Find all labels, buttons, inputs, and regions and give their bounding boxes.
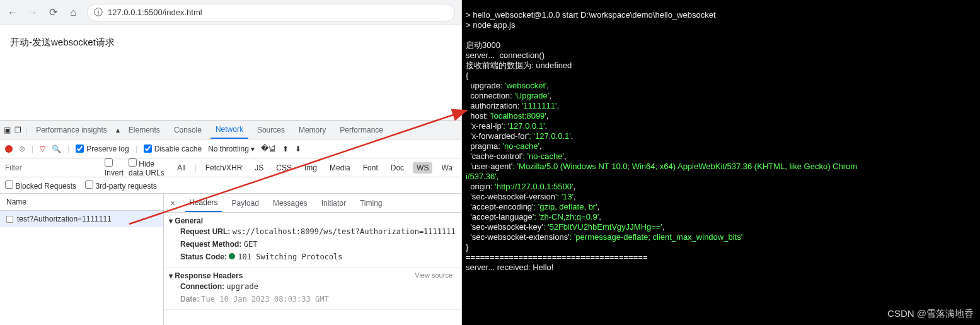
disable-cache-checkbox[interactable]: Disable cache [144,145,202,153]
preserve-log-checkbox[interactable]: Preserve log [76,145,129,153]
request-item-icon [6,216,13,223]
network-options-row: Blocked Requests 3rd-party requests [0,177,461,194]
tab-network[interactable]: Network [210,121,248,139]
search-icon[interactable]: 🔍 [52,145,61,153]
general-title[interactable]: ▾ General [169,216,456,225]
address-bar[interactable]: ⓘ 127.0.0.1:5500/index.html [87,4,455,21]
response-headers-title[interactable]: ▾ Response Headers [169,271,456,280]
tab-timing[interactable]: Timing [356,195,386,211]
tab-headers[interactable]: Headers [185,194,221,212]
request-list-header: Name [0,194,163,211]
wifi-icon[interactable]: �널 [261,143,276,154]
tab-messages[interactable]: Messages [269,195,311,211]
upload-icon[interactable]: ⬆ [282,145,289,153]
devtools-tab-bar: ▣ ❐ | Performance insights ▴ Elements Co… [0,121,461,139]
detail-tab-bar: × Headers Payload Messages Initiator Tim… [164,194,461,213]
invert-checkbox[interactable]: Invert [105,158,124,177]
header-connection: upgrade [226,282,258,291]
page-content: 开动-发送websocket请求 [0,25,461,120]
filter-img[interactable]: Img [301,162,321,174]
inspect-icon[interactable]: ▣ [4,126,11,134]
tab-sources[interactable]: Sources [252,122,290,138]
filter-icon[interactable]: ▽ [40,145,45,153]
filter-fetchxhr[interactable]: Fetch/XHR [202,162,246,174]
insights-badge-icon: ▴ [116,126,120,134]
filter-doc[interactable]: Doc [387,162,408,174]
back-icon[interactable]: ← [6,6,19,19]
record-icon[interactable] [5,145,13,153]
tab-console[interactable]: Console [169,122,207,138]
blocked-requests-checkbox[interactable]: Blocked Requests [5,180,76,191]
filter-css[interactable]: CSS [272,162,296,174]
filter-wasm[interactable]: Wa [437,162,456,174]
network-filter-bar: Invert Hide data URLs All | Fetch/XHR JS… [0,158,461,177]
section-response-headers: View source ▾ Response Headers Connectio… [164,268,461,310]
hide-data-urls-checkbox[interactable]: Hide data URLs [129,158,168,177]
home-icon[interactable]: ⌂ [67,6,79,19]
tab-elements[interactable]: Elements [124,122,165,138]
forward-icon[interactable]: → [26,6,39,19]
status-code: 101 Switching Protocols [238,252,342,261]
third-party-checkbox[interactable]: 3rd-party requests [85,180,157,191]
devtools-panel: ▣ ❐ | Performance insights ▴ Elements Co… [0,120,461,325]
filter-ws[interactable]: WS [413,162,432,174]
tab-performance[interactable]: Performance [335,122,388,138]
tab-memory[interactable]: Memory [294,122,331,138]
device-icon[interactable]: ❐ [14,126,21,134]
view-source-link[interactable]: View source [415,271,453,279]
network-toolbar: ⊘ | ▽ 🔍 | Preserve log | Disable cache N… [0,139,461,158]
request-item[interactable]: test?Authorization=1111111 [0,211,163,227]
page-text: 开动-发送websocket请求 [10,37,115,47]
close-icon[interactable]: × [166,198,179,208]
filter-input[interactable] [5,163,100,172]
download-icon[interactable]: ⬇ [295,145,301,153]
tab-payload[interactable]: Payload [228,195,263,211]
status-dot-icon [229,253,235,259]
section-general: ▾ General Request URL: ws://localhost:80… [164,213,461,268]
request-item-name: test?Authorization=1111111 [17,215,112,223]
terminal: > hello_websocket@1.0.0 start D:\workspa… [462,0,980,325]
request-method: GET [244,240,258,249]
filter-js[interactable]: JS [251,162,267,174]
stop-icon[interactable]: ⊘ [19,145,25,153]
address-url: 127.0.0.1:5500/index.html [108,8,202,17]
browser-toolbar: ← → ⟳ ⌂ ⓘ 127.0.0.1:5500/index.html [0,0,461,25]
filter-all[interactable]: All [173,162,189,174]
tab-initiator[interactable]: Initiator [318,195,350,211]
watermark: CSDN @雪落满地香 [887,308,974,320]
info-icon[interactable]: ⓘ [94,7,103,18]
request-list: Name test?Authorization=1111111 [0,194,164,325]
reload-icon[interactable]: ⟳ [47,6,59,19]
filter-font[interactable]: Font [359,162,382,174]
request-detail: × Headers Payload Messages Initiator Tim… [164,194,461,325]
header-date: Tue 10 Jan 2023 08:03:33 GMT [201,295,328,304]
filter-media[interactable]: Media [326,162,354,174]
tab-performance-insights[interactable]: Performance insights [31,122,112,138]
throttling-select[interactable]: No throttling ▾ [208,145,255,153]
request-url: ws://localhost:8099/ws/test?Authorizatio… [233,227,456,236]
